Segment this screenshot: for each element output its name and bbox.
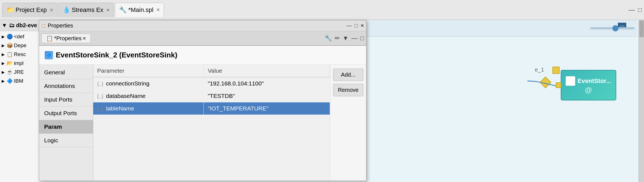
properties-minimize-button[interactable]: — (346, 22, 352, 29)
table-row-selected[interactable]: {..} tableName "IOT_TEMPERATURE" (93, 102, 330, 115)
properties-maximize-button[interactable]: □ (354, 22, 358, 29)
event-store-node[interactable]: EventStor... @ (561, 70, 622, 109)
properties-content-wrapper: 🔷 EventStoreSink_2 (EventStoreSink) Gene… (39, 46, 366, 181)
col-header-parameter: Parameter (93, 65, 204, 77)
value-database-name: "TESTDB" (204, 90, 330, 102)
sidebar-item-impl-label: impl (14, 60, 24, 66)
sidebar-title: db2-eve (16, 22, 37, 29)
meta-icon-database: {..} (97, 93, 103, 99)
tab-main-spl[interactable]: 🔧 *Main.spl ✕ (115, 3, 164, 17)
def-icon: 🔵 (7, 34, 13, 40)
table-row[interactable]: {..} databaseName "TESTDB" (93, 90, 330, 102)
table-row[interactable]: {..} connectionString "192.168.0.104:110… (93, 77, 330, 90)
entity-title-text: EventStoreSink_2 (EventStoreSink) (56, 51, 177, 59)
properties-actions: Add... Remove (330, 65, 366, 181)
entity-title-bar: 🔷 EventStoreSink_2 (EventStoreSink) (39, 46, 366, 65)
properties-tab-bar: 📋 *Properties × 🔧 ✏ ▼ — □ (39, 31, 366, 46)
tab-bar-controls: — □ (629, 6, 642, 14)
impl-icon: 📂 (7, 60, 13, 66)
tab-streams-ex-label: Streams Ex (72, 6, 104, 14)
meta-icon-table: {..} (97, 106, 103, 112)
jre-icon: ☕ (7, 69, 13, 75)
tab-maximize-icon[interactable]: □ (638, 6, 642, 14)
sidebar-item-jre-label: JRE (14, 69, 24, 75)
value-connection-string: "192.168.0.104:1100" (204, 77, 330, 90)
properties-tab-label: *Properties (54, 35, 82, 42)
tab-project-exp-close[interactable]: ✕ (50, 7, 53, 13)
ibm-icon: 🔷 (7, 78, 13, 84)
nav-item-input-ports[interactable]: Input Ports (39, 93, 93, 107)
input-port-diamond (540, 77, 551, 88)
tab-project-exp-label: Project Exp (16, 6, 47, 14)
properties-window-icon: 📋 (41, 24, 46, 28)
event-store-at-symbol: @ (585, 86, 592, 94)
canvas-scrollbar-thumb[interactable] (639, 21, 644, 37)
nav-item-logic[interactable]: Logic (39, 134, 93, 147)
zoom-slider[interactable] (590, 27, 635, 29)
properties-tab-minimize-icon[interactable]: — (351, 35, 358, 42)
main-spl-icon: 🔧 (119, 6, 127, 14)
value-table-name: "IOT_TEMPERATURE" (204, 102, 330, 115)
nav-item-output-ports[interactable]: Output Ports (39, 107, 93, 120)
properties-window-controls: — □ × (346, 22, 364, 29)
properties-tab-close[interactable]: × (83, 35, 86, 42)
canvas-scrollbar[interactable] (638, 20, 644, 182)
jre-expand-icon: ▶ (2, 70, 6, 74)
sidebar-item-def-label: <def (14, 34, 24, 40)
event-store-input-port (556, 82, 561, 88)
tab-project-exp[interactable]: 📁 Project Exp ✕ (2, 3, 57, 17)
resc-expand-icon: ▶ (2, 52, 6, 57)
properties-tab-controls: 🔧 ✏ ▼ — □ (324, 35, 364, 42)
depe-icon: 📦 (7, 42, 13, 49)
meta-icon-connection: {..} (97, 81, 103, 87)
tab-streams-ex[interactable]: 💧 Streams Ex ✕ (59, 3, 114, 17)
impl-expand-icon: ▶ (2, 61, 6, 65)
remove-button[interactable]: Remove (333, 84, 363, 96)
entity-icon: 🔷 (45, 51, 53, 59)
properties-nav: General Annotations Input Ports Output P… (39, 65, 93, 181)
depe-expand-icon: ▶ (2, 43, 6, 48)
streams-ex-icon: 💧 (63, 6, 70, 14)
tab-main-spl-close[interactable]: ✕ (156, 7, 160, 12)
sidebar-item-resc-label: Resc (14, 51, 26, 57)
project-exp-icon: 📁 (6, 6, 14, 14)
node-label-e1: e_1 (535, 67, 544, 73)
properties-body: General Annotations Input Ports Output P… (39, 65, 366, 181)
properties-table-area: Parameter Value {..} c (93, 65, 366, 181)
tab-properties[interactable]: 📋 *Properties × (41, 34, 91, 43)
properties-table-wrapper: Parameter Value {..} c (93, 65, 330, 181)
param-connection-string: {..} connectionString (93, 77, 204, 90)
zoom-thumb[interactable] (612, 25, 618, 31)
properties-window-header: 📋 Properties — □ × (39, 20, 366, 31)
sidebar-item-depe-label: Depe (14, 42, 26, 49)
tab-main-spl-label: *Main.spl (128, 6, 153, 14)
resc-icon: 📋 (7, 51, 13, 57)
nav-item-param[interactable]: Param (39, 120, 93, 134)
properties-tab-restore-icon[interactable]: 🔧 (324, 35, 332, 42)
properties-tab-maximize-icon[interactable]: □ (360, 35, 364, 42)
properties-window-title: Properties (48, 22, 344, 29)
sidebar-folder-icon: 🗂 (9, 22, 14, 29)
add-button[interactable]: Add... (333, 69, 363, 81)
sidebar-expand-icon[interactable]: ▼ (2, 22, 7, 29)
event-store-label: EventStor... (577, 77, 611, 85)
ibm-expand-icon: ▶ (2, 79, 6, 83)
param-table-name: {..} tableName (93, 102, 204, 115)
properties-close-button[interactable]: × (361, 22, 364, 29)
col-header-value: Value (204, 65, 330, 77)
nav-item-annotations[interactable]: Annotations (39, 79, 93, 93)
properties-tab-dropdown-icon[interactable]: ▼ (343, 35, 349, 42)
tab-minimize-icon[interactable]: — (629, 6, 635, 14)
event-store-logo (566, 76, 575, 86)
properties-tab-icon: 📋 (46, 35, 53, 42)
event-store-box: EventStor... @ (561, 70, 616, 100)
nav-item-general[interactable]: General (39, 66, 93, 79)
properties-panel: 📋 Properties — □ × 📋 *Properties × 🔧 ✏ ▼… (39, 20, 366, 181)
port-yellow-square (552, 67, 560, 74)
tab-bar: 📁 Project Exp ✕ 💧 Streams Ex ✕ 🔧 *Main.s… (0, 0, 644, 20)
tab-streams-ex-close[interactable]: ✕ (106, 7, 110, 13)
properties-tab-edit-icon[interactable]: ✏ (335, 35, 340, 42)
def-expand-icon: ▶ (2, 34, 6, 39)
properties-table: Parameter Value {..} c (93, 65, 330, 115)
sidebar-item-ibm-label: IBM (14, 78, 23, 84)
